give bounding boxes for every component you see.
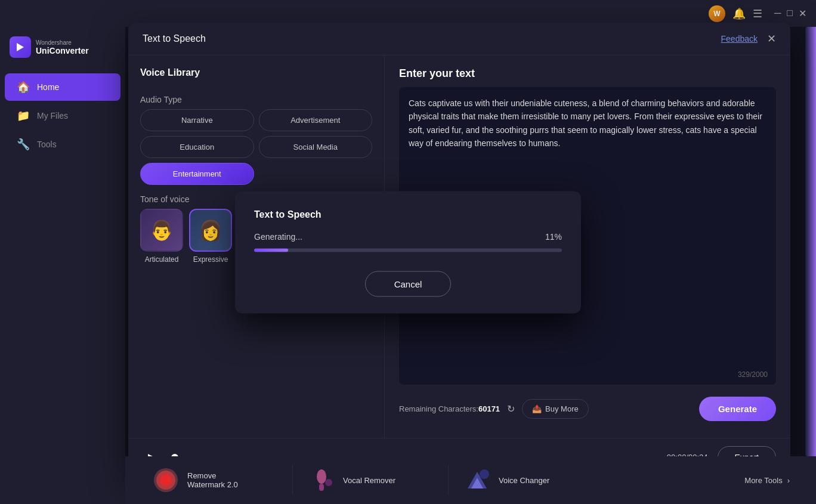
window-controls: ─ □ ✕ [774, 8, 806, 19]
progress-bar-track [254, 248, 562, 252]
buy-more-icon: 📤 [532, 404, 542, 413]
logo-text: Wondershare UniConverter [36, 39, 89, 55]
tool-voice-changer[interactable]: Voice Changer [449, 460, 604, 500]
enter-text-title: Enter your text [399, 67, 776, 80]
tone-articulated-avatar: 👨 [140, 209, 183, 252]
user-avatar[interactable]: W [709, 5, 725, 22]
tts-modal-title: Text to Speech [143, 33, 206, 44]
more-tools-button[interactable]: More Tools › [730, 470, 804, 491]
tools-icon: 🔧 [17, 138, 30, 151]
sidebar-item-tools-label: Tools [37, 140, 57, 149]
home-icon: 🏠 [17, 81, 30, 94]
svg-point-4 [317, 469, 326, 484]
notification-icon[interactable]: 🔔 [732, 7, 746, 20]
remaining-count: 60171 [478, 404, 500, 413]
progress-dialog: Text to Speech Generating... 11% Cancel [235, 191, 581, 313]
svg-marker-0 [17, 43, 24, 51]
files-icon: 📁 [17, 109, 30, 122]
text-area-content: Cats captivate us with their undeniable … [409, 97, 766, 150]
tool-remove-watermark[interactable]: RemoveWatermark 2.0 [137, 460, 292, 500]
tts-modal-header: Text to Speech Feedback ✕ [128, 23, 790, 55]
product-name: UniConverter [36, 46, 89, 55]
voice-changer-label: Voice Changer [499, 476, 549, 485]
vocal-remover-label: Vocal Remover [343, 476, 395, 485]
audio-type-label: Audio Type [140, 95, 372, 104]
sidebar-item-tools[interactable]: 🔧 Tools [5, 131, 120, 158]
brand-name: Wondershare [36, 39, 89, 46]
char-count: 329/2000 [738, 370, 768, 379]
audio-type-social-media[interactable]: Social Media [259, 136, 373, 158]
sidebar: Wondershare UniConverter 🏠 Home 📁 My Fil… [0, 27, 125, 504]
tone-articulated[interactable]: 👨 Articulated [140, 209, 183, 264]
menu-icon[interactable]: ☰ [753, 7, 762, 20]
generating-text: Generating... [254, 231, 302, 241]
voice-changer-icon [463, 466, 492, 494]
tone-expressive[interactable]: 👩 Expressive [189, 209, 232, 264]
tone-articulated-label: Articulated [145, 255, 179, 264]
sidebar-nav: 🏠 Home 📁 My Files 🔧 Tools [0, 67, 125, 504]
audio-type-education[interactable]: Education [140, 136, 254, 158]
audio-type-advertisement[interactable]: Advertisement [259, 109, 373, 131]
close-button[interactable]: ✕ [799, 8, 806, 19]
sidebar-logo: Wondershare UniConverter [0, 27, 125, 67]
tts-close-button[interactable]: ✕ [767, 32, 776, 45]
bottom-tools-bar: RemoveWatermark 2.0 Vocal Remover Voice … [125, 456, 816, 504]
maximize-button[interactable]: □ [787, 8, 793, 19]
tts-header-right: Feedback ✕ [721, 32, 776, 45]
tool-vocal-remover[interactable]: Vocal Remover [293, 460, 448, 500]
audio-type-entertainment[interactable]: Entertainment [140, 163, 254, 185]
sidebar-item-home-label: Home [37, 82, 59, 92]
generate-button[interactable]: Generate [699, 397, 776, 421]
sidebar-item-my-files[interactable]: 📁 My Files [5, 102, 120, 129]
cancel-button[interactable]: Cancel [365, 271, 452, 296]
svg-point-9 [480, 469, 489, 479]
chevron-right-icon: › [787, 476, 790, 485]
buy-more-button[interactable]: 📤 Buy More [522, 399, 589, 419]
logo-icon [10, 36, 31, 58]
minimize-button[interactable]: ─ [774, 8, 781, 19]
tone-expressive-label: Expressive [193, 255, 228, 264]
progress-row: Generating... 11% [254, 231, 562, 241]
progress-percent: 11% [545, 231, 562, 241]
sidebar-item-home[interactable]: 🏠 Home [5, 73, 120, 101]
progress-bar-fill [254, 248, 288, 252]
svg-point-3 [160, 474, 172, 486]
right-edge-accent [805, 27, 816, 456]
svg-point-6 [325, 479, 332, 486]
audio-type-grid: Narrative Advertisement Education Social… [140, 109, 372, 185]
feedback-link[interactable]: Feedback [721, 34, 758, 44]
more-tools-label: More Tools [744, 476, 782, 485]
remove-watermark-icon [152, 466, 180, 494]
remaining-chars-label: Remaining Characters:60171 [399, 404, 500, 413]
progress-dialog-title: Text to Speech [254, 209, 562, 219]
audio-type-narrative[interactable]: Narrative [140, 109, 254, 131]
svg-rect-5 [319, 484, 324, 491]
bottom-controls: Remaining Characters:60171 ↻ 📤 Buy More … [399, 392, 776, 426]
refresh-icon[interactable]: ↻ [507, 403, 515, 415]
sidebar-item-files-label: My Files [37, 111, 68, 120]
audio-type-section: Audio Type Narrative Advertisement Educa… [140, 95, 372, 185]
remove-watermark-label: RemoveWatermark 2.0 [187, 471, 238, 489]
vocal-remover-icon [307, 466, 336, 494]
voice-library-title: Voice Library [140, 67, 372, 78]
tone-expressive-avatar: 👩 [189, 209, 232, 252]
